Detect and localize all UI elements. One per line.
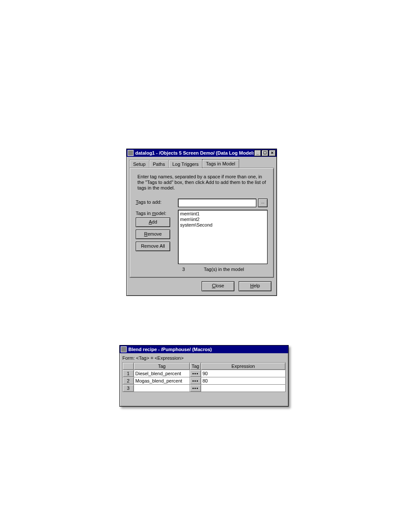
expression-cell[interactable] [201,385,286,392]
add-button[interactable]: Add [136,218,170,227]
expression-cell[interactable]: 80 [201,377,286,385]
tab-panel: Enter tag names, separated by a space if… [129,168,274,278]
close-window-button[interactable]: ✕ [269,150,276,156]
datalog-window: datalog1 - /Objects 5 Screen Demo/ (Data… [126,149,277,296]
titlebar[interactable]: Blend recipe - /Pumphouse/ (Macros) [120,345,288,353]
tags-in-model-label: Tags in model: [136,210,178,216]
maximize-button[interactable]: ☐ [262,150,268,156]
tags-to-add-input[interactable] [178,199,256,207]
remove-button[interactable]: Remove [136,230,170,239]
close-button[interactable]: Close [202,281,234,291]
list-item[interactable]: mem\int2 [180,217,265,222]
titlebar[interactable]: datalog1 - /Objects 5 Screen Demo/ (Data… [127,149,277,157]
tag-cell[interactable] [134,385,190,392]
minimize-button[interactable]: _ [254,150,261,156]
row-number[interactable]: 1 [123,370,134,377]
macro-grid: Tag Tag Expression 1 Diesel_blend_percen… [122,362,286,392]
tags-in-model-listbox[interactable]: mem\int1 mem\int2 system\Second [178,210,268,264]
system-menu-icon[interactable] [128,150,134,156]
row-number[interactable]: 2 [123,377,134,385]
window-title: Blend recipe - /Pumphouse/ (Macros) [128,347,287,352]
tag-browse-button[interactable]: ••• [190,377,201,385]
col-header-tag[interactable]: Tag [134,363,190,370]
corner-header [123,363,134,370]
list-item[interactable]: system\Second [180,222,265,228]
row-number[interactable]: 3 [123,385,134,392]
tag-cell[interactable]: Mogas_blend_percent [134,377,190,385]
table-row: 1 Diesel_blend_percent ••• 90 [123,370,286,377]
table-row: 2 Mogas_blend_percent ••• 80 [123,377,286,385]
window-title: datalog1 - /Objects 5 Screen Demo/ (Data… [135,150,254,156]
browse-tags-button[interactable]: ... [258,199,268,207]
tab-setup[interactable]: Setup [129,160,149,168]
tab-paths[interactable]: Paths [149,160,169,168]
expression-cell[interactable]: 90 [201,370,286,377]
tab-log-triggers[interactable]: Log Triggers [168,160,202,168]
blend-recipe-window: Blend recipe - /Pumphouse/ (Macros) Form… [119,345,289,407]
tag-browse-button[interactable]: ••• [190,385,201,392]
tag-cell[interactable]: Diesel_blend_percent [134,370,190,377]
tag-browse-button[interactable]: ••• [190,370,201,377]
col-header-expression[interactable]: Expression [201,363,286,370]
tags-to-add-label: Tags to add: [136,199,178,205]
col-header-tag-button[interactable]: Tag [190,363,201,370]
tag-count-number: 3 [182,267,195,272]
list-item[interactable]: mem\int1 [180,211,265,217]
instructions-text: Enter tag names, separated by a space if… [137,174,268,191]
system-menu-icon[interactable] [121,346,127,352]
tag-count-label: Tag(s) in the model [204,267,244,272]
tab-strip: Setup Paths Log Triggers Tags in Model [129,159,274,168]
table-row: 3 ••• [123,385,286,392]
remove-all-button[interactable]: Remove All [136,242,170,251]
tab-tags-in-model[interactable]: Tags in Model [202,159,239,168]
form-hint: Form: <Tag> = <Expression> [120,353,288,362]
help-button[interactable]: Help [239,281,271,291]
